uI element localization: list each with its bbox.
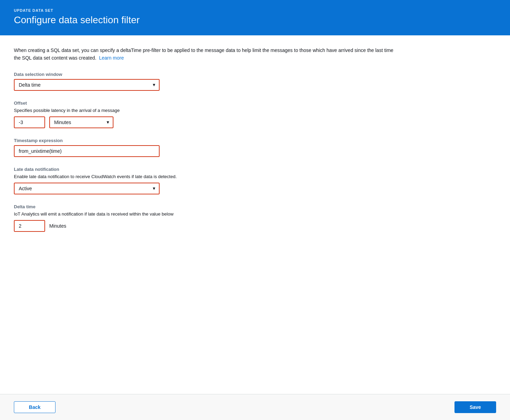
offset-unit-wrapper: Minutes Seconds Hours Days ▼ bbox=[49, 116, 113, 128]
late-data-notification-wrapper: Active Inactive ▼ bbox=[14, 183, 160, 194]
timestamp-expression-wrapper bbox=[14, 145, 160, 157]
delta-time-value-wrapper bbox=[14, 220, 45, 232]
delta-time-unit-label: Minutes bbox=[49, 223, 66, 229]
late-data-notification-section: Late data notification Enable late data … bbox=[14, 167, 496, 194]
data-selection-window-select[interactable]: Delta time None Fixed window bbox=[14, 79, 160, 91]
offset-value-wrapper bbox=[14, 116, 45, 128]
offset-value-input[interactable] bbox=[14, 116, 45, 128]
save-button[interactable]: Save bbox=[454, 401, 496, 413]
page-title: Configure data selection filter bbox=[14, 15, 496, 26]
offset-hint: Specifies possible latency in the arriva… bbox=[14, 108, 496, 113]
data-selection-window-label: Data selection window bbox=[14, 72, 496, 77]
timestamp-expression-input[interactable] bbox=[14, 145, 160, 157]
page-footer: Back Save bbox=[0, 394, 510, 420]
offset-section: Offset Specifies possible latency in the… bbox=[14, 100, 496, 128]
page-header: Update Data Set Configure data selection… bbox=[0, 0, 510, 35]
late-data-notification-label: Late data notification bbox=[14, 167, 496, 172]
data-selection-window-section: Data selection window Delta time None Fi… bbox=[14, 72, 496, 91]
delta-time-section: Delta time IoT Analytics will emit a not… bbox=[14, 204, 496, 232]
delta-time-value-input[interactable] bbox=[14, 220, 45, 232]
page-subtitle: Update Data Set bbox=[14, 8, 496, 12]
main-content: When creating a SQL data set, you can sp… bbox=[0, 35, 510, 394]
delta-time-hint: IoT Analytics will emit a notification i… bbox=[14, 211, 496, 217]
offset-row: Minutes Seconds Hours Days ▼ bbox=[14, 116, 496, 128]
data-selection-window-wrapper: Delta time None Fixed window ▼ bbox=[14, 79, 160, 91]
description-text: When creating a SQL data set, you can sp… bbox=[14, 46, 396, 62]
offset-label: Offset bbox=[14, 100, 496, 106]
back-button[interactable]: Back bbox=[14, 401, 56, 413]
late-data-notification-select[interactable]: Active Inactive bbox=[14, 183, 160, 194]
delta-time-label: Delta time bbox=[14, 204, 496, 209]
late-data-notification-hint: Enable late data notification to receive… bbox=[14, 174, 496, 179]
delta-time-row: Minutes bbox=[14, 220, 496, 232]
timestamp-expression-section: Timestamp expression bbox=[14, 138, 496, 157]
offset-unit-select[interactable]: Minutes Seconds Hours Days bbox=[49, 116, 113, 128]
learn-more-link[interactable]: Learn more bbox=[99, 55, 124, 61]
timestamp-expression-label: Timestamp expression bbox=[14, 138, 496, 143]
